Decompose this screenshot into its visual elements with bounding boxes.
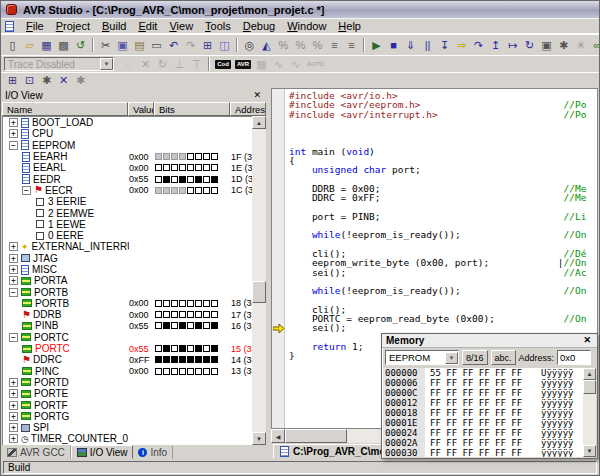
title-bar[interactable]: AVR Studio - [C:\Prog_AVR_C\mon_projet\m…	[1, 1, 599, 19]
editor-gutter[interactable]	[272, 89, 285, 428]
io-row-pinc[interactable]: PINC0x0013 (33)	[3, 366, 252, 377]
memory-hex-bytes[interactable]: FF FF FF FF FF FF	[425, 438, 541, 448]
autostep-icon[interactable]: ↻	[521, 38, 538, 53]
io-row-eedr[interactable]: EEDR0x551D (3D)	[3, 173, 252, 184]
io-row-2-eemwe[interactable]: 2 EEMWE	[3, 207, 252, 218]
run-dialog-icon[interactable]: ⊡	[21, 73, 38, 88]
toggle-bookmark-icon[interactable]: %	[275, 38, 292, 53]
clear-bookmarks-icon[interactable]: %	[309, 38, 326, 53]
memory-row[interactable]: 00002AFF FF FF FF FF FFÿÿÿÿÿÿ	[383, 438, 583, 448]
trace-loop-icon[interactable]: ↻	[154, 57, 171, 72]
address-input[interactable]	[557, 350, 591, 365]
menu-edit[interactable]: Edit	[132, 19, 163, 33]
step-over-icon[interactable]: ↷	[470, 38, 487, 53]
toggle-breakpoint-icon[interactable]: ✱	[555, 38, 572, 53]
step-out-icon[interactable]: ↥	[487, 38, 504, 53]
bit-box[interactable]	[203, 176, 210, 183]
register-label[interactable]: 0 EERE	[48, 230, 84, 241]
bit-box[interactable]	[211, 356, 218, 363]
expand-icon[interactable]: +	[9, 254, 18, 263]
bit-box[interactable]	[179, 345, 186, 352]
bit-box[interactable]	[171, 187, 178, 194]
expand-icon[interactable]: +	[9, 401, 18, 410]
bit-box[interactable]	[203, 300, 210, 307]
bit-box[interactable]	[187, 368, 194, 375]
bit-box[interactable]	[187, 311, 194, 318]
register-label[interactable]: EECR	[45, 185, 73, 196]
bit-checkbox[interactable]	[36, 232, 44, 240]
register-label[interactable]: PORTG	[34, 411, 69, 422]
close-memory-icon[interactable]: ✕	[581, 336, 593, 345]
save-all-icon[interactable]: ▩	[55, 38, 72, 53]
bit-box[interactable]	[187, 187, 194, 194]
bit-box[interactable]	[155, 356, 162, 363]
io-row-3-eerie[interactable]: 3 EERIE	[3, 196, 252, 207]
bit-box[interactable]	[163, 164, 170, 171]
bit-box[interactable]	[163, 311, 170, 318]
redo-icon[interactable]: ↷	[182, 38, 199, 53]
io-row-1-eewe[interactable]: 1 EEWE	[3, 219, 252, 230]
io-row-eearh[interactable]: EEARH0x001F (3F)	[3, 151, 252, 162]
memory-hex-bytes[interactable]: FF FF FF FF FF FF	[425, 388, 541, 398]
undo-icon[interactable]: ↶	[165, 38, 182, 53]
register-label[interactable]: PORTF	[34, 400, 68, 411]
bit-box[interactable]	[155, 368, 162, 375]
pause-icon[interactable]: ||	[419, 38, 436, 53]
bit-box[interactable]	[211, 176, 218, 183]
bit-box[interactable]	[203, 356, 210, 363]
bit-box[interactable]	[163, 176, 170, 183]
code-line[interactable]: sei();	[289, 323, 597, 332]
bit-box[interactable]	[195, 322, 202, 329]
cascade-windows-icon[interactable]: ⊞	[199, 38, 216, 53]
menu-project[interactable]: Project	[50, 19, 96, 33]
memory-row[interactable]: 000030FF FF FF FF FF FFÿÿÿÿÿÿ	[383, 448, 583, 457]
indent-icon[interactable]: ≡	[326, 38, 343, 53]
bit-box[interactable]	[171, 368, 178, 375]
collapse-icon[interactable]: −	[9, 288, 18, 297]
tab-info[interactable]: iInfo	[133, 446, 173, 459]
scroll-up-icon[interactable]: ▲	[252, 116, 266, 129]
menu-tools[interactable]: Tools	[199, 19, 237, 33]
scrollbar-thumb[interactable]	[252, 281, 266, 303]
bit-box[interactable]	[187, 176, 194, 183]
bit-box[interactable]	[195, 153, 202, 160]
bit-box[interactable]	[187, 356, 194, 363]
io-row-portc[interactable]: PORTC0x5515 (35)	[3, 343, 252, 354]
collapse-icon[interactable]: −	[22, 186, 31, 195]
bit-box[interactable]	[187, 322, 194, 329]
document-icon[interactable]	[5, 21, 14, 32]
reload-icon[interactable]: ↺	[72, 38, 89, 53]
bit-box[interactable]	[187, 153, 194, 160]
bit-box[interactable]	[179, 356, 186, 363]
memory-hex-bytes[interactable]: FF FF FF FF FF FF	[425, 378, 541, 388]
scroll-left-icon[interactable]: ◀	[271, 429, 285, 443]
run-to-cursor-icon[interactable]: ↦	[504, 38, 521, 53]
io-row-misc[interactable]: +MISC	[3, 264, 252, 275]
scrollbar-thumb[interactable]	[285, 429, 347, 443]
bit-box[interactable]	[171, 356, 178, 363]
menu-debug[interactable]: Debug	[237, 19, 281, 33]
bit-box[interactable]	[163, 322, 170, 329]
io-row-0-eere[interactable]: 0 EERE	[3, 230, 252, 241]
bit-box[interactable]	[155, 345, 162, 352]
bit-box[interactable]	[155, 176, 162, 183]
bit-box[interactable]	[203, 187, 210, 194]
stop-icon[interactable]: ■	[385, 38, 402, 53]
register-label[interactable]: MISC	[32, 264, 57, 275]
bit-box[interactable]	[187, 164, 194, 171]
io-row-eeprom[interactable]: −EEPROM	[3, 140, 252, 151]
memory-row[interactable]: 000006FF FF FF FF FF FFÿÿÿÿÿÿ	[383, 378, 583, 388]
outdent-icon[interactable]: ≡	[343, 38, 360, 53]
bit-box[interactable]	[211, 345, 218, 352]
bit-box[interactable]	[163, 187, 170, 194]
run-icon[interactable]: ▶	[368, 38, 385, 53]
bit-box[interactable]	[179, 176, 186, 183]
bit-checkbox[interactable]	[36, 220, 44, 228]
scroll-down-icon[interactable]: ▼	[252, 432, 266, 445]
delete-icon[interactable]: ✕	[55, 73, 72, 88]
io-row-portc[interactable]: −PORTC	[3, 332, 252, 343]
byte-word-toggle-button[interactable]: 8/16	[462, 350, 488, 365]
bit-box[interactable]	[179, 300, 186, 307]
trace-bottom-icon[interactable]: ⊥	[171, 57, 188, 72]
copy-icon[interactable]: ▣	[114, 38, 131, 53]
